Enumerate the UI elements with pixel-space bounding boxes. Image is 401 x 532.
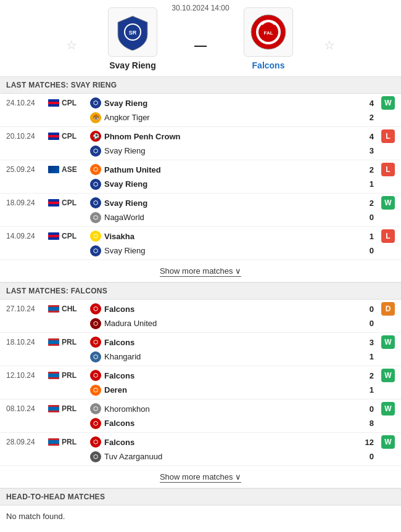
- team-info: ⬡ Deren: [90, 385, 359, 396]
- match-date: 08.10.24: [6, 404, 48, 413]
- team-row-name: Tuv Azarganuud: [104, 452, 162, 461]
- flag-icon: [48, 166, 59, 173]
- team-info: ⬡ Svay Rieng: [90, 145, 359, 157]
- team-info: ⬡ Svay Rieng: [90, 179, 359, 190]
- team-row-name: Falcons: [104, 438, 134, 447]
- match-date: 27.10.24: [6, 305, 48, 313]
- score: 3: [359, 146, 374, 155]
- result-badge: W: [381, 96, 395, 110]
- match-pair-sr-5: 14.09.24 CPL ⬡ Visakha 1 L ⬡ Svay Rieng …: [0, 227, 401, 260]
- team-row-name: Falcons: [104, 419, 134, 428]
- show-more-svay-rieng[interactable]: Show more matches ∨: [0, 260, 401, 282]
- match-row: 28.09.24 PRL ⬡ Falcons 12 W: [0, 433, 401, 449]
- team-row-name: Falcons: [104, 305, 134, 314]
- match-league: CHL: [48, 305, 90, 313]
- score: 0: [359, 319, 374, 328]
- match-date: 12.10.24: [6, 371, 48, 380]
- score: 4: [359, 132, 374, 141]
- flag-icon: [48, 199, 59, 207]
- team-info: ⬡ Falcons: [90, 418, 359, 429]
- team-icon: 🐯: [90, 112, 101, 123]
- team-row-name: Svay Rieng: [104, 179, 147, 189]
- match-pair-f-2: 18.10.24 PRL ⬡ Falcons 3 W ⬡ Khangarid 1: [0, 333, 401, 366]
- show-more-falcons[interactable]: Show more matches ∨: [0, 466, 401, 488]
- match-league: CPL: [48, 232, 90, 240]
- result-badge: W: [381, 435, 395, 449]
- match-pair-sr-1: 24.10.24 CPL ⬡ Svay Rieng 4 W 🐯 Angkor T…: [0, 94, 401, 127]
- team2-logo-box: FAL: [244, 7, 293, 57]
- match-row: ⬡ Deren 1: [0, 383, 401, 399]
- team-icon: ⬡: [90, 231, 101, 242]
- match-row: ⬡ NagaWorld 0: [0, 210, 401, 226]
- match-date: 14.09.24: [6, 232, 48, 240]
- team-icon: ⬡: [90, 436, 101, 448]
- match-league: PRL: [48, 404, 90, 413]
- team2-favorite-icon[interactable]: ☆: [324, 25, 335, 52]
- match-row: 25.09.24 ASE ⬡ Pathum United 2 L: [0, 160, 401, 177]
- team-row-name: Angkor Tiger: [104, 113, 150, 122]
- team-icon: ⬡: [90, 451, 101, 462]
- team-info: ⬡ Svay Rieng: [90, 245, 359, 256]
- team-info: ⬡ Falcons: [90, 370, 359, 381]
- team1-logo-box: SR: [108, 7, 157, 57]
- team-row-name: Svay Rieng: [104, 99, 147, 108]
- team-icon: ⚽: [90, 131, 101, 142]
- match-league: PRL: [48, 338, 90, 346]
- team-icon: ⬡: [90, 370, 101, 381]
- match-league: CPL: [48, 132, 90, 141]
- team-info: ⬡ Madura United: [90, 318, 359, 329]
- team-icon: ⬡: [90, 403, 101, 414]
- score: 0: [359, 246, 374, 255]
- svg-text:SR: SR: [129, 30, 137, 36]
- team-icon: ⬡: [90, 179, 101, 190]
- team-row-name: Svay Rieng: [104, 246, 145, 255]
- score: 0: [359, 305, 374, 314]
- team-info: ⬡ Tuv Azarganuud: [90, 451, 359, 462]
- team1-name: Svay Rieng: [109, 60, 155, 70]
- score: 4: [359, 99, 374, 108]
- section-falcons: LAST MATCHES: FALCONS: [0, 282, 401, 300]
- team-row-name: Madura United: [104, 319, 157, 328]
- team-row-name: Pathum United: [104, 165, 161, 174]
- result-badge: W: [381, 369, 395, 382]
- flag-icon: [48, 99, 59, 107]
- flag-icon: [48, 232, 59, 240]
- match-league: CPL: [48, 198, 90, 207]
- team-info: ⬡ Svay Rieng: [90, 97, 359, 108]
- flag-icon: [48, 305, 59, 313]
- section-svay-rieng: LAST MATCHES: SVAY RIENG: [0, 76, 401, 94]
- team-info: ⬡ Khoromkhon: [90, 403, 359, 414]
- score: 0: [359, 404, 374, 414]
- match-date: 28.09.24: [6, 438, 48, 446]
- match-league: ASE: [48, 165, 90, 174]
- match-pair-sr-2: 20.10.24 CPL ⚽ Phnom Penh Crown 4 L ⬡ Sv…: [0, 127, 401, 160]
- result-badge: D: [381, 302, 395, 316]
- team-info: ⬡ Pathum United: [90, 164, 359, 175]
- flag-icon: [48, 133, 59, 140]
- result-badge: W: [381, 196, 395, 210]
- team-info: ⬡ Svay Rieng: [90, 197, 359, 208]
- show-more-label: Show more matches ∨: [160, 266, 241, 277]
- team-icon: ⬡: [90, 164, 101, 175]
- team-icon: ⬡: [90, 145, 101, 157]
- team2-block: FAL Falcons: [219, 7, 318, 70]
- match-row: 20.10.24 CPL ⚽ Phnom Penh Crown 4 L: [0, 127, 401, 144]
- team-row-name: Visakha: [104, 232, 134, 241]
- match-pair-f-5: 28.09.24 PRL ⬡ Falcons 12 W ⬡ Tuv Azarga…: [0, 433, 401, 466]
- team-info: ⬡ Falcons: [90, 436, 359, 448]
- match-row: 🐯 Angkor Tiger 2: [0, 110, 401, 126]
- match-row: 12.10.24 PRL ⬡ Falcons 2 W: [0, 366, 401, 383]
- team-row-name: Khangarid: [104, 352, 141, 361]
- team-icon: ⬡: [90, 212, 101, 223]
- match-row: ⬡ Falcons 8: [0, 416, 401, 432]
- match-date: 20.10.24: [6, 132, 48, 141]
- match-row: 18.09.24 CPL ⬡ Svay Rieng 2 W: [0, 194, 401, 210]
- flag-icon: [48, 438, 59, 446]
- score: 1: [359, 179, 374, 189]
- match-league: PRL: [48, 371, 90, 380]
- match-date: 25.09.24: [6, 165, 48, 174]
- match-row: ⬡ Madura United 0: [0, 316, 401, 332]
- team1-favorite-icon[interactable]: ☆: [66, 25, 77, 52]
- match-row: 14.09.24 CPL ⬡ Visakha 1 L: [0, 227, 401, 243]
- team-row-name: Khoromkhon: [104, 404, 150, 414]
